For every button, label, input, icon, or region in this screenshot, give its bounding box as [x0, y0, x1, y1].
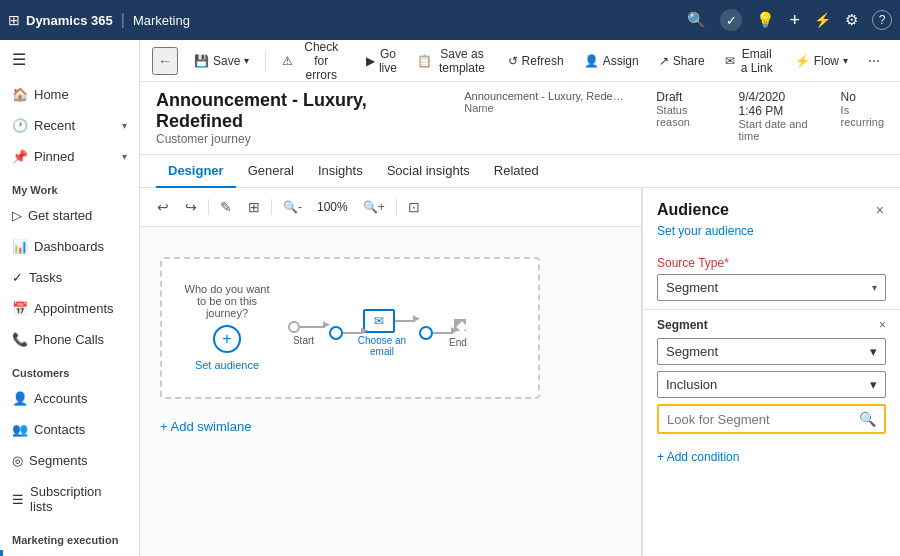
add-swimlane-label: + Add swimlane — [160, 419, 251, 434]
sidebar-item-getstarted[interactable]: ▷ Get started — [0, 200, 139, 231]
sidebar-item-segments[interactable]: ◎ Segments — [0, 445, 139, 476]
save-dropdown-icon[interactable]: ▾ — [244, 55, 249, 66]
check-icon[interactable]: ✓ — [720, 9, 742, 31]
topbar-divider: | — [121, 11, 125, 29]
panel-header: Audience × — [643, 188, 900, 224]
panel-close-button[interactable]: × — [874, 200, 886, 220]
plus-icon[interactable]: + — [789, 10, 800, 31]
content-area: ← 💾 Save ▾ ⚠ Check for errors ▶ Go live … — [140, 40, 900, 556]
refresh-button[interactable]: ↺ Refresh — [500, 50, 572, 72]
appointments-label: Appointments — [34, 301, 114, 316]
sidebar-item-appointments[interactable]: 📅 Appointments — [0, 293, 139, 324]
sidebar-item-phonecalls[interactable]: 📞 Phone Calls — [0, 324, 139, 355]
flow-dropdown-icon[interactable]: ▾ — [843, 55, 848, 66]
contacts-label: Contacts — [34, 422, 85, 437]
fullscreen-button[interactable]: ⊡ — [403, 196, 425, 218]
source-type-section: Source Type* Segment ▾ — [643, 248, 900, 309]
sidebar-item-contacts[interactable]: 👥 Contacts — [0, 414, 139, 445]
canvas-toolbar: ↩ ↪ ✎ ⊞ 🔍- 100% 🔍+ ⊡ — [140, 188, 641, 227]
add-swimlane-button[interactable]: + Add swimlane — [160, 415, 621, 438]
section-title-customers: Customers — [0, 355, 139, 383]
toolbar-sep-2 — [271, 199, 272, 215]
getstarted-label: Get started — [28, 208, 92, 223]
hamburger-button[interactable]: ☰ — [0, 40, 139, 79]
tab-socialinsights[interactable]: Social insights — [375, 155, 482, 188]
appointments-icon: 📅 — [12, 301, 28, 316]
pinned-expand-icon: ▾ — [122, 151, 127, 162]
record-meta: Announcement - Luxury, Redefined Name Dr… — [464, 90, 884, 142]
swimlane-question: Who do you want to be on this journey? — [182, 283, 272, 319]
sidebar-item-subscriptionlists[interactable]: ☰ Subscription lists — [0, 476, 139, 522]
inclusion-value: Inclusion — [666, 377, 717, 392]
meta-status: Draft Status reason — [656, 90, 706, 128]
tab-insights[interactable]: Insights — [306, 155, 375, 188]
more-icon: ⋯ — [868, 54, 880, 68]
flow-start-node: ▶ Start — [288, 321, 325, 346]
segment-type-select[interactable]: Segment ▾ — [657, 338, 886, 365]
flow-button[interactable]: ⚡ Flow ▾ — [787, 50, 856, 72]
tasks-label: Tasks — [29, 270, 62, 285]
source-type-arrow: ▾ — [872, 282, 877, 293]
filter-icon[interactable]: ⚡ — [814, 12, 831, 28]
more-button[interactable]: ⋯ — [860, 50, 888, 72]
add-condition-button[interactable]: + Add condition — [643, 442, 900, 472]
sidebar-item-tasks[interactable]: ✓ Tasks — [0, 262, 139, 293]
segment-select-row: Segment ▾ — [657, 338, 886, 365]
grid-button[interactable]: ⊞ — [243, 196, 265, 218]
settings-icon[interactable]: ⚙ — [845, 11, 858, 29]
save-button[interactable]: 💾 Save ▾ — [186, 50, 257, 72]
sidebar-item-pinned[interactable]: 📌 Pinned ▾ — [0, 141, 139, 172]
command-bar: ← 💾 Save ▾ ⚠ Check for errors ▶ Go live … — [140, 40, 900, 82]
set-audience-plus[interactable]: + — [213, 325, 241, 353]
sidebar-item-dashboards[interactable]: 📊 Dashboards — [0, 231, 139, 262]
panel-subtitle[interactable]: Set your audience — [643, 224, 900, 248]
segments-label: Segments — [29, 453, 88, 468]
meta-date-label: Start date and time — [738, 118, 808, 142]
back-button[interactable]: ← — [152, 47, 178, 75]
share-button[interactable]: ↗ Share — [651, 50, 713, 72]
meta-recurring-label: Is recurring — [841, 104, 884, 128]
set-audience-link[interactable]: Set audience — [195, 359, 259, 371]
subscriptionlists-icon: ☰ — [12, 492, 24, 507]
sidebar: ☰ 🏠 Home 🕐 Recent ▾ 📌 Pinned ▾ My Work ▷… — [0, 40, 140, 556]
help-icon[interactable]: ? — [872, 10, 892, 30]
segment-search-input[interactable] — [659, 407, 851, 432]
section-title-marketingexecution: Marketing execution — [0, 522, 139, 550]
meta-recurring: No Is recurring — [841, 90, 884, 128]
home-label: Home — [34, 87, 69, 102]
redo-button[interactable]: ↪ — [180, 196, 202, 218]
tasks-icon: ✓ — [12, 270, 23, 285]
check-errors-button[interactable]: ⚠ Check for errors — [274, 40, 354, 86]
record-header: Announcement - Luxury, Redefined Custome… — [140, 82, 900, 155]
grid-icon[interactable]: ⊞ — [8, 12, 20, 28]
sidebar-item-recent[interactable]: 🕐 Recent ▾ — [0, 110, 139, 141]
meta-date-value: 9/4/2020 1:46 PM — [738, 90, 808, 118]
tab-general[interactable]: General — [236, 155, 306, 188]
segment-close-button[interactable]: × — [879, 318, 886, 332]
zoom-out-button[interactable]: 🔍- — [278, 197, 307, 217]
panel-title: Audience — [657, 201, 729, 219]
flow-email-node[interactable]: ✉ ▶ Choose an email — [363, 309, 415, 357]
email-link-button[interactable]: ✉ Email a Link — [717, 43, 783, 79]
undo-button[interactable]: ↩ — [152, 196, 174, 218]
assign-button[interactable]: 👤 Assign — [576, 50, 647, 72]
tab-designer[interactable]: Designer — [156, 155, 236, 188]
recent-icon: 🕐 — [12, 118, 28, 133]
sidebar-item-home[interactable]: 🏠 Home — [0, 79, 139, 110]
tab-related[interactable]: Related — [482, 155, 551, 188]
sidebar-item-customerjourneys[interactable]: → Customer journeys — [0, 550, 139, 556]
topbar-app: Marketing — [133, 13, 190, 28]
bulb-icon[interactable]: 💡 — [756, 11, 775, 29]
save-template-button[interactable]: 📋 Save as template — [409, 43, 495, 79]
go-live-button[interactable]: ▶ Go live — [358, 43, 406, 79]
search-icon[interactable]: 🔍 — [687, 11, 706, 29]
edit-button[interactable]: ✎ — [215, 196, 237, 218]
sidebar-item-accounts[interactable]: 👤 Accounts — [0, 383, 139, 414]
inclusion-select[interactable]: Inclusion ▾ — [657, 371, 886, 398]
zoom-in-button[interactable]: 🔍+ — [358, 197, 390, 217]
start-label: Start — [293, 335, 314, 346]
segment-search-button[interactable]: 🔍 — [851, 406, 884, 432]
source-type-label: Source Type* — [657, 256, 886, 270]
source-type-select[interactable]: Segment ▾ — [657, 274, 886, 301]
audience-panel: Audience × Set your audience Source Type… — [642, 188, 900, 556]
